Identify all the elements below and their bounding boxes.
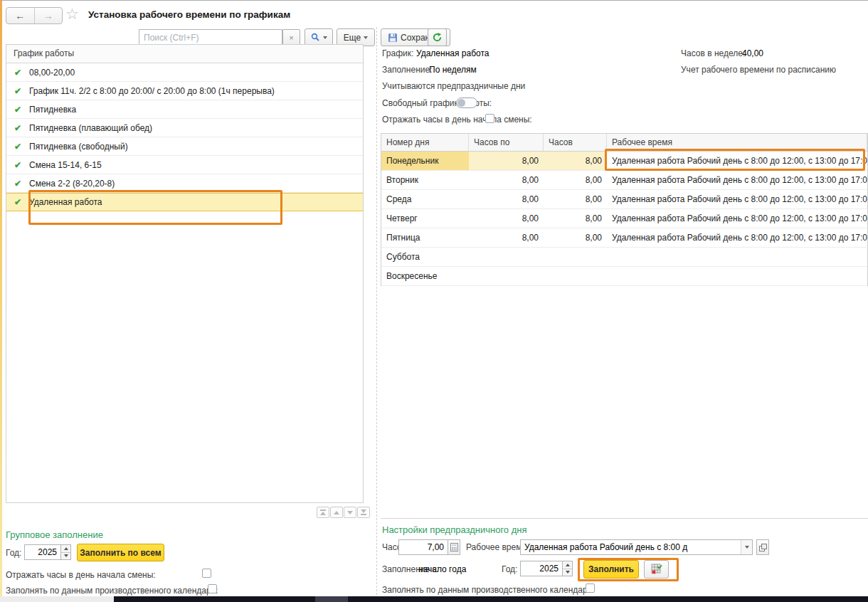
- open-value-button[interactable]: [756, 539, 769, 555]
- schedule-list-header: График работы: [6, 45, 363, 63]
- list-item[interactable]: ✔Пятидневка (плавающий обед): [6, 119, 363, 137]
- preholiday-calendar-checkbox[interactable]: [586, 583, 595, 593]
- forward-button[interactable]: →: [35, 8, 63, 23]
- hours-schedule-cell[interactable]: 8,00: [469, 152, 544, 170]
- hours-schedule-cell[interactable]: [469, 267, 544, 285]
- hours-schedule-cell[interactable]: 8,00: [469, 228, 544, 247]
- nav-button-group: ← →: [6, 7, 63, 24]
- spinner-up-button[interactable]: [61, 545, 70, 553]
- list-item[interactable]: ✔Смена 15-14, 6-15: [6, 156, 363, 174]
- fill-all-button[interactable]: Заполнить по всем: [77, 544, 164, 561]
- panel-splitter[interactable]: [376, 27, 377, 595]
- search-clear-button[interactable]: ×: [282, 29, 300, 46]
- work-time-cell[interactable]: [607, 248, 867, 266]
- free-schedule-toggle[interactable]: [456, 97, 477, 108]
- hours-input[interactable]: [398, 539, 448, 555]
- check-icon: ✔: [14, 179, 24, 189]
- group-calendar-checkbox[interactable]: [208, 584, 217, 593]
- day-cell[interactable]: Воскресенье: [381, 267, 469, 285]
- floppy-disk-icon: [388, 33, 398, 43]
- column-header[interactable]: Часов по графику: [469, 134, 544, 151]
- spinner-down-button[interactable]: [61, 553, 70, 560]
- forward-arrow-icon: →: [43, 10, 53, 21]
- refresh-button[interactable]: [428, 28, 447, 46]
- calculator-icon: [450, 543, 458, 551]
- list-item[interactable]: ✔08,00-20,00: [6, 63, 363, 82]
- back-button[interactable]: ←: [6, 8, 35, 23]
- list-item[interactable]: ✔Смена 2-2 (8-20,20-8): [6, 174, 363, 193]
- refresh-icon: [432, 32, 443, 43]
- combo-dropdown-button[interactable]: [741, 540, 752, 554]
- work-time-cell[interactable]: Удаленная работа Рабочий день с 8:00 до …: [607, 228, 867, 247]
- table-row[interactable]: Среда 8,00 8,00 Удаленная работа Рабочий…: [381, 190, 867, 209]
- favorite-star-icon[interactable]: ☆: [65, 6, 79, 23]
- spinner-up-button[interactable]: [563, 561, 572, 569]
- calculator-button[interactable]: [448, 539, 460, 555]
- work-time-combo[interactable]: Удаленная работа Рабочий день с 8:00 д: [520, 539, 753, 555]
- work-time-cell[interactable]: [607, 267, 867, 285]
- hours-worked-cell[interactable]: 8,00: [544, 190, 607, 208]
- hours-schedule-cell[interactable]: 8,00: [469, 209, 544, 228]
- work-time-cell[interactable]: Удаленная работа Рабочий день с 8:00 до …: [607, 209, 867, 228]
- list-item[interactable]: ✔График 11ч. 2/2 с 8:00 до 20:00/ с 20:0…: [6, 82, 363, 100]
- group-calendar-label: Заполнять по данным производственного ка…: [6, 586, 218, 596]
- list-item-label: Пятидневка: [29, 105, 76, 115]
- list-item[interactable]: ✔Пятидневка: [6, 100, 363, 119]
- day-cell[interactable]: Четверг: [381, 209, 469, 228]
- column-header[interactable]: Часов рабочих: [544, 134, 607, 151]
- table-row[interactable]: Воскресенье: [381, 267, 867, 286]
- fill-from-value[interactable]: начало года: [418, 564, 466, 574]
- scroll-up-button[interactable]: [330, 507, 343, 518]
- list-item-label: График 11ч. 2/2 с 8:00 до 20:00/ с 20:00…: [29, 86, 275, 96]
- scroll-down-button[interactable]: [344, 507, 356, 518]
- work-time-combo-value: Удаленная работа Рабочий день с 8:00 д: [521, 542, 741, 552]
- table-row[interactable]: Вторник 8,00 8,00 Удаленная работа Рабоч…: [381, 171, 867, 190]
- hours-schedule-cell[interactable]: [469, 248, 544, 266]
- table-row[interactable]: Суббота: [381, 248, 867, 267]
- clear-table-button[interactable]: [644, 560, 669, 579]
- list-item-label: Удаленная работа: [29, 197, 102, 207]
- hours-schedule-cell[interactable]: 8,00: [469, 190, 544, 208]
- work-time-cell[interactable]: Удаленная работа Рабочий день с 8:00 до …: [607, 190, 867, 208]
- window-top-border: [0, 0, 868, 1]
- preholiday-note: Учитываются предпраздничные дни: [382, 81, 525, 91]
- work-time-cell[interactable]: Удаленная работа Рабочий день с 8:00 до …: [607, 152, 867, 170]
- column-header[interactable]: Рабочее время: [607, 134, 867, 151]
- group-fill-title: Групповое заполнение: [6, 529, 103, 540]
- preholiday-year-spinner: [563, 561, 573, 576]
- schedule-list: График работы ✔08,00-20,00 ✔График 11ч. …: [6, 44, 364, 503]
- list-item-label: Пятидневка (свободный): [29, 142, 128, 152]
- hours-schedule-cell[interactable]: 8,00: [469, 171, 544, 189]
- day-cell[interactable]: Понедельник: [381, 152, 469, 170]
- list-scroll-buttons: [317, 507, 370, 518]
- group-reflect-checkbox[interactable]: [202, 569, 211, 578]
- scroll-bottom-button[interactable]: [357, 507, 370, 518]
- table-row-selected[interactable]: Понедельник 8,00 8,00 Удаленная работа Р…: [381, 152, 867, 171]
- hours-worked-cell[interactable]: [544, 248, 607, 266]
- day-cell[interactable]: Среда: [381, 190, 469, 208]
- column-header[interactable]: Номер дня: [381, 134, 469, 151]
- preholiday-year-input[interactable]: [520, 561, 563, 576]
- spinner-down-button[interactable]: [563, 569, 572, 576]
- scroll-top-button[interactable]: [317, 507, 329, 518]
- close-icon: ×: [289, 33, 293, 42]
- day-cell[interactable]: Вторник: [381, 171, 469, 189]
- group-year-input[interactable]: [24, 544, 61, 560]
- day-cell[interactable]: Пятница: [381, 228, 469, 247]
- table-row[interactable]: Четверг 8,00 8,00 Удаленная работа Рабоч…: [381, 209, 867, 228]
- hours-worked-cell[interactable]: 8,00: [544, 171, 607, 189]
- hours-worked-cell[interactable]: 8,00: [544, 209, 607, 228]
- hours-worked-cell[interactable]: 8,00: [544, 228, 607, 247]
- day-cell[interactable]: Суббота: [381, 248, 469, 266]
- search-icon: [311, 33, 320, 42]
- hours-worked-cell[interactable]: 8,00: [544, 152, 607, 170]
- reflect-hours-checkbox[interactable]: [485, 114, 494, 123]
- search-input[interactable]: [139, 29, 282, 46]
- fill-button[interactable]: Заполнить: [583, 560, 639, 579]
- hours-worked-cell[interactable]: [544, 267, 607, 285]
- list-item-selected[interactable]: ✔Удаленная работа: [6, 193, 363, 211]
- toggle-knob: [457, 99, 465, 107]
- table-row[interactable]: Пятница 8,00 8,00 Удаленная работа Рабоч…: [381, 228, 867, 248]
- work-time-cell[interactable]: Удаленная работа Рабочий день с 8:00 до …: [607, 171, 867, 189]
- list-item[interactable]: ✔Пятидневка (свободный): [6, 137, 363, 156]
